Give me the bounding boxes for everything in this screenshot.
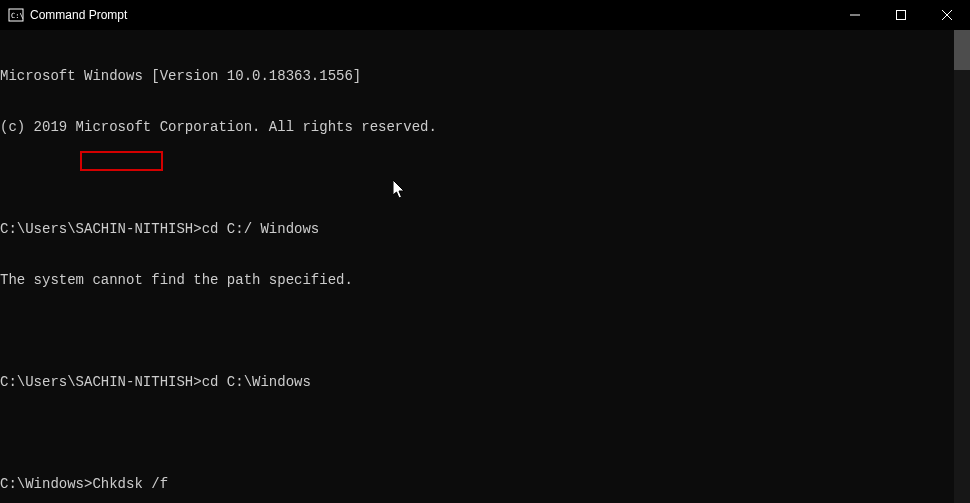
terminal-output[interactable]: Microsoft Windows [Version 10.0.18363.15… (0, 30, 970, 503)
terminal-line: (c) 2019 Microsoft Corporation. All righ… (0, 119, 970, 136)
terminal-line (0, 425, 970, 442)
terminal-line (0, 323, 970, 340)
terminal-line: The system cannot find the path specifie… (0, 272, 970, 289)
svg-rect-3 (897, 11, 906, 20)
minimize-button[interactable] (832, 0, 878, 30)
terminal-line: C:\Windows>Chkdsk /f (0, 476, 970, 493)
window-controls (832, 0, 970, 30)
terminal-line (0, 170, 970, 187)
cmd-icon: C:\ (8, 7, 24, 23)
scrollbar-vertical[interactable] (954, 30, 970, 503)
terminal-line: C:\Users\SACHIN-NITHISH>cd C:/ Windows (0, 221, 970, 238)
window-title: Command Prompt (30, 8, 832, 22)
terminal-line: Microsoft Windows [Version 10.0.18363.15… (0, 68, 970, 85)
svg-text:C:\: C:\ (11, 12, 24, 20)
close-button[interactable] (924, 0, 970, 30)
scrollbar-thumb[interactable] (954, 30, 970, 70)
maximize-button[interactable] (878, 0, 924, 30)
terminal-line: C:\Users\SACHIN-NITHISH>cd C:\Windows (0, 374, 970, 391)
titlebar: C:\ Command Prompt (0, 0, 970, 30)
